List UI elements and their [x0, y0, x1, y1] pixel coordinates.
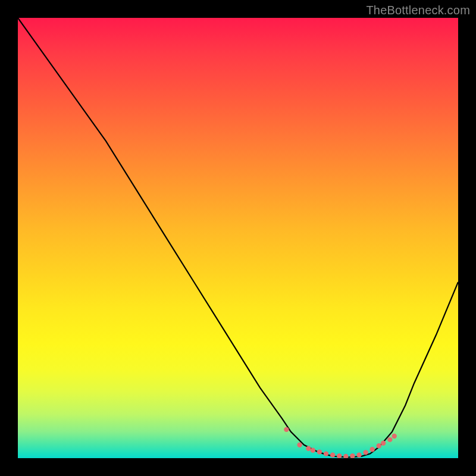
- data-dot: [343, 454, 348, 458]
- data-dot: [330, 453, 335, 458]
- data-dot: [381, 441, 386, 446]
- data-dot: [297, 443, 302, 447]
- chart-svg: [18, 18, 458, 458]
- data-dot: [377, 443, 381, 448]
- data-dot: [350, 453, 355, 458]
- watermark-text: TheBottleneck.com: [366, 4, 470, 17]
- data-dot: [363, 450, 368, 455]
- data-dot: [284, 427, 289, 432]
- data-dot: [370, 447, 375, 452]
- chart-frame: TheBottleneck.com: [0, 0, 476, 476]
- bottleneck-curve: [18, 18, 458, 458]
- data-dot: [387, 437, 392, 442]
- plot-area: [18, 18, 458, 458]
- data-dot: [324, 451, 328, 456]
- data-dot: [392, 434, 397, 439]
- data-dot: [317, 449, 322, 454]
- data-dot: [311, 448, 315, 453]
- data-dot: [337, 453, 342, 458]
- data-dot: [306, 446, 311, 451]
- data-dot: [356, 453, 361, 458]
